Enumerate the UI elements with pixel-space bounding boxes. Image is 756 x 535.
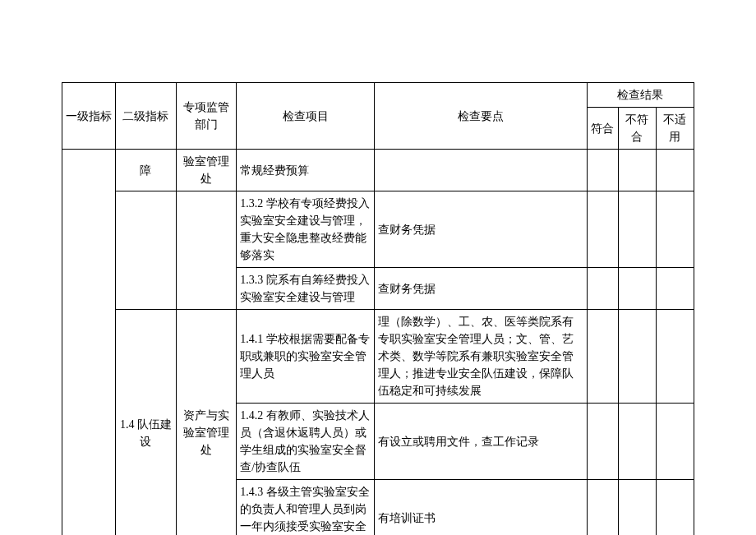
header-result-group: 检查结果 [587, 83, 694, 108]
cell-item: 1.4.1 学校根据需要配备专职或兼职的实验室安全管理人员 [237, 310, 375, 404]
cell-nonconform [618, 480, 656, 536]
cell-level1 [62, 150, 116, 536]
cell-na [656, 150, 694, 191]
cell-nonconform [618, 268, 656, 310]
cell-conform [587, 268, 618, 310]
cell-point: 查财务凭据 [375, 191, 587, 268]
cell-na [656, 310, 694, 404]
cell-point: 查财务凭据 [375, 268, 587, 310]
cell-item: 1.3.2 学校有专项经费投入实验室安全建设与管理，重大安全隐患整改经费能够落实 [237, 191, 375, 268]
cell-na [656, 268, 694, 310]
table-row: 1.3.2 学校有专项经费投入实验室安全建设与管理，重大安全隐患整改经费能够落实… [62, 191, 694, 268]
cell-conform [587, 480, 618, 536]
cell-na [656, 480, 694, 536]
cell-conform [587, 404, 618, 480]
cell-item: 常规经费预算 [237, 150, 375, 191]
cell-dept: 资产与实验室管理处 [176, 310, 237, 536]
cell-nonconform [618, 150, 656, 191]
cell-conform [587, 150, 618, 191]
header-nonconform: 不符合 [618, 108, 656, 150]
header-na: 不适用 [656, 108, 694, 150]
cell-point: 理（除数学）、工、农、医等类院系有专职实验室安全管理人员；文、管、艺术类、数学等… [375, 310, 587, 404]
cell-conform [587, 191, 618, 268]
cell-point: 有设立或聘用文件，查工作记录 [375, 404, 587, 480]
cell-item: 1.4.2 有教师、实验技术人员（含退休返聘人员）或学生组成的实验室安全督查/协… [237, 404, 375, 480]
header-item: 检查项目 [237, 83, 375, 150]
cell-na [656, 404, 694, 480]
cell-level2: 1.4 队伍建设 [116, 310, 177, 536]
header-dept: 专项监管部门 [176, 83, 237, 150]
cell-nonconform [618, 404, 656, 480]
cell-nonconform [618, 191, 656, 268]
cell-point: 有培训证书 [375, 480, 587, 536]
cell-item: 1.3.3 院系有自筹经费投入实验室安全建设与管理 [237, 268, 375, 310]
cell-nonconform [618, 310, 656, 404]
table-row: 1.4 队伍建设 资产与实验室管理处 1.4.1 学校根据需要配备专职或兼职的实… [62, 310, 694, 404]
cell-dept: 验室管理处 [176, 150, 237, 191]
inspection-table: 一级指标 二级指标 专项监管部门 检查项目 检查要点 检查结果 符合 不符合 不… [62, 82, 694, 535]
cell-point [375, 150, 587, 191]
table-row: 障 验室管理处 常规经费预算 [62, 150, 694, 191]
cell-level2: 障 [116, 150, 177, 191]
header-level2: 二级指标 [116, 83, 177, 150]
header-conform: 符合 [587, 108, 618, 150]
cell-level2 [116, 191, 177, 310]
cell-item: 1.4.3 各级主管实验室安全的负责人和管理人员到岗一年内须接受实验室安全管理培… [237, 480, 375, 536]
cell-dept [176, 191, 237, 310]
cell-na [656, 191, 694, 268]
header-point: 检查要点 [375, 83, 587, 150]
header-level1: 一级指标 [62, 83, 116, 150]
cell-conform [587, 310, 618, 404]
